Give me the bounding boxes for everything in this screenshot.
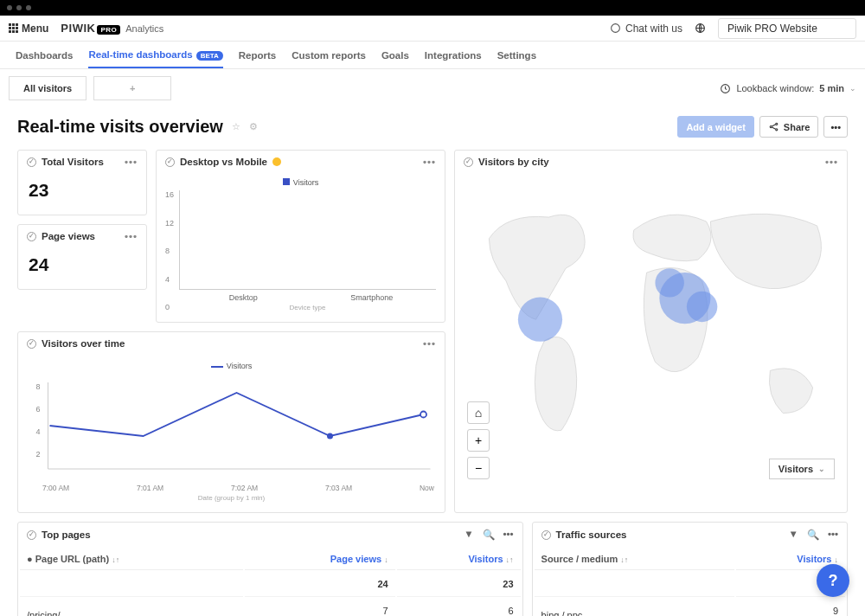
traffic-light-min[interactable] bbox=[16, 5, 22, 10]
widget-menu[interactable]: ••• bbox=[423, 338, 436, 349]
col-visitors[interactable]: Visitors ↓↑ bbox=[397, 549, 521, 570]
check-icon bbox=[165, 157, 175, 167]
menu-grid-icon bbox=[9, 23, 18, 33]
x-axis-labels: DesktopSmartphone bbox=[179, 293, 436, 302]
chart-legend: Visitors bbox=[165, 178, 436, 187]
traffic-light-max[interactable] bbox=[26, 5, 31, 10]
nav-realtime[interactable]: Real-time dashboardsBETA bbox=[88, 42, 222, 68]
table-row[interactable]: bing / ppc 939.13% bbox=[535, 599, 845, 616]
col-page-views[interactable]: Page views ↓ bbox=[245, 549, 395, 570]
nav-reports[interactable]: Reports bbox=[239, 43, 276, 67]
svg-point-5 bbox=[776, 129, 778, 131]
svg-point-13 bbox=[420, 412, 426, 418]
city-bubble[interactable] bbox=[687, 292, 717, 322]
filter-icon[interactable]: ▼ bbox=[464, 529, 473, 541]
main-content: Real-time visits overview ☆ ⚙ Add a widg… bbox=[0, 107, 865, 616]
nav-goals[interactable]: Goals bbox=[381, 43, 409, 67]
check-icon bbox=[464, 157, 473, 167]
navbar: Dashboards Real-time dashboardsBETA Repo… bbox=[0, 42, 865, 69]
settings-gear-icon[interactable]: ⚙ bbox=[249, 121, 258, 132]
chat-icon bbox=[610, 22, 621, 34]
svg-text:2: 2 bbox=[36, 450, 41, 459]
widget-top-pages: Top pages ▼ 🔍 ••• ● Page URL (path) ↓↑ P… bbox=[17, 522, 523, 616]
chat-button[interactable]: Chat with us bbox=[610, 22, 682, 35]
widget-traffic-sources: Traffic sources ▼ 🔍 ••• Source / medium … bbox=[532, 522, 848, 616]
page-views-value: 24 bbox=[18, 247, 146, 289]
widget-desktop-mobile: Desktop vs Mobile••• Visitors 1612840 De… bbox=[156, 150, 445, 323]
subbar: All visitors + Lookback window: 5 min ⌄ bbox=[0, 69, 865, 107]
widget-total-visitors: Total Visitors••• 23 bbox=[17, 150, 147, 215]
search-icon[interactable]: 🔍 bbox=[483, 529, 495, 541]
globe-icon[interactable] bbox=[695, 22, 706, 34]
page-title: Real-time visits overview bbox=[17, 117, 223, 137]
site-selector[interactable]: Piwik PRO Website bbox=[718, 18, 856, 39]
world-map[interactable]: ⌂ + − Visitors ⌄ bbox=[455, 173, 847, 491]
city-bubble[interactable] bbox=[518, 298, 562, 342]
logo: PIWIKPRO bbox=[61, 22, 120, 35]
widget-menu[interactable]: ••• bbox=[825, 157, 838, 167]
x-axis-title: Date (group by 1 min) bbox=[29, 494, 434, 502]
logo-subtitle: Analytics bbox=[125, 23, 163, 34]
widget-visitors-over-time: Visitors over time••• Visitors 8642 7:00… bbox=[17, 331, 445, 513]
menu-label: Menu bbox=[22, 22, 48, 35]
top-pages-table: ● Page URL (path) ↓↑ Page views ↓ Visito… bbox=[18, 547, 522, 616]
lookback-selector[interactable]: Lookback window: 5 min ⌄ bbox=[720, 83, 856, 94]
line-chart: 8642 bbox=[29, 374, 434, 478]
table-row[interactable]: /pricing/ 729.17% 626.08% bbox=[20, 599, 521, 616]
share-button[interactable]: Share bbox=[759, 116, 819, 138]
table-row-totals: 24 23 bbox=[20, 572, 521, 597]
svg-text:4: 4 bbox=[36, 427, 41, 436]
x-axis-labels: 7:00 AM7:01 AM7:02 AM7:03 AMNow bbox=[29, 484, 434, 492]
check-icon bbox=[541, 530, 551, 540]
map-zoom-in-button[interactable]: + bbox=[467, 429, 490, 452]
widget-page-views: Page views••• 24 bbox=[17, 224, 147, 290]
filter-icon[interactable]: ▼ bbox=[789, 529, 798, 541]
search-icon[interactable]: 🔍 bbox=[807, 529, 819, 541]
more-actions-button[interactable]: ••• bbox=[823, 116, 848, 138]
check-icon bbox=[27, 530, 36, 540]
col-source[interactable]: Source / medium ↓↑ bbox=[535, 549, 734, 570]
tab-all-visitors[interactable]: All visitors bbox=[9, 76, 86, 100]
chevron-down-icon: ⌄ bbox=[849, 84, 856, 93]
check-icon bbox=[27, 157, 36, 167]
traffic-sources-table: Source / medium ↓↑ Visitors ↓ 23 bing / … bbox=[533, 547, 847, 616]
nav-integrations[interactable]: Integrations bbox=[425, 43, 482, 67]
widget-menu[interactable]: ••• bbox=[423, 157, 436, 167]
clock-icon bbox=[720, 83, 731, 94]
svg-point-3 bbox=[770, 125, 772, 127]
map-home-button[interactable]: ⌂ bbox=[467, 401, 490, 424]
alert-dot-icon bbox=[272, 157, 281, 166]
nav-dashboards[interactable]: Dashboards bbox=[16, 43, 73, 67]
topbar: Menu PIWIKPRO Analytics Chat with us Piw… bbox=[0, 16, 865, 42]
x-axis-title: Device type bbox=[179, 304, 436, 311]
map-metric-selector[interactable]: Visitors ⌄ bbox=[769, 459, 835, 479]
total-visitors-value: 23 bbox=[18, 173, 146, 215]
table-row-totals: 23 bbox=[535, 572, 845, 597]
widget-menu[interactable]: ••• bbox=[125, 231, 138, 241]
help-button[interactable]: ? bbox=[817, 564, 849, 597]
svg-text:8: 8 bbox=[36, 382, 41, 391]
chart-legend: Visitors bbox=[29, 362, 434, 370]
widget-menu[interactable]: ••• bbox=[828, 529, 838, 541]
svg-point-4 bbox=[776, 123, 778, 125]
share-icon bbox=[768, 121, 779, 132]
check-icon bbox=[27, 232, 36, 241]
add-widget-button[interactable]: Add a widget bbox=[677, 116, 753, 138]
window-titlebar bbox=[0, 0, 865, 16]
nav-custom-reports[interactable]: Custom reports bbox=[292, 43, 366, 67]
bar-chart bbox=[179, 190, 436, 290]
svg-point-12 bbox=[327, 433, 333, 440]
tab-add[interactable]: + bbox=[93, 76, 171, 100]
menu-button[interactable]: Menu bbox=[9, 22, 48, 35]
widget-visitors-by-city: Visitors by city••• ⌂ + − bbox=[454, 150, 848, 513]
nav-settings[interactable]: Settings bbox=[497, 43, 536, 67]
map-zoom-out-button[interactable]: − bbox=[467, 457, 490, 479]
check-icon bbox=[27, 339, 36, 349]
traffic-light-close[interactable] bbox=[7, 5, 12, 10]
col-page-url[interactable]: ● Page URL (path) ↓↑ bbox=[20, 549, 243, 570]
widget-menu[interactable]: ••• bbox=[503, 529, 514, 541]
widget-menu[interactable]: ••• bbox=[125, 157, 138, 167]
favorite-icon[interactable]: ☆ bbox=[232, 121, 240, 132]
svg-text:6: 6 bbox=[36, 405, 41, 414]
y-axis-ticks: 1612840 bbox=[165, 190, 174, 311]
